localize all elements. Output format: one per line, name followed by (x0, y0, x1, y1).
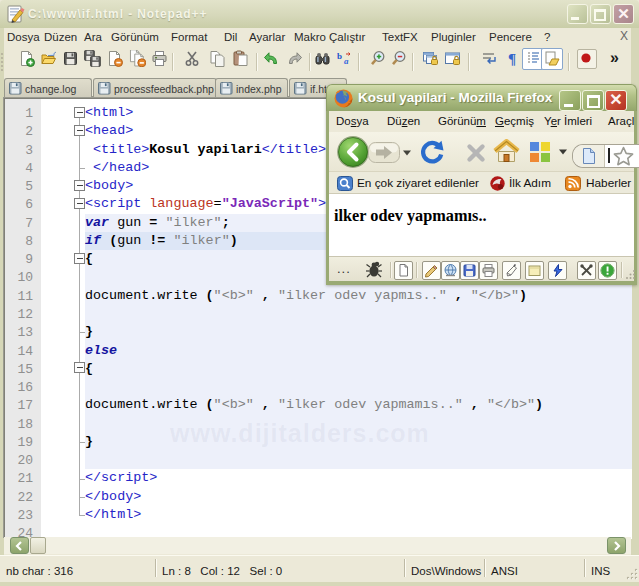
svg-text:¶: ¶ (508, 51, 516, 67)
svg-text:a: a (344, 56, 349, 66)
svg-text:b: b (337, 51, 342, 61)
